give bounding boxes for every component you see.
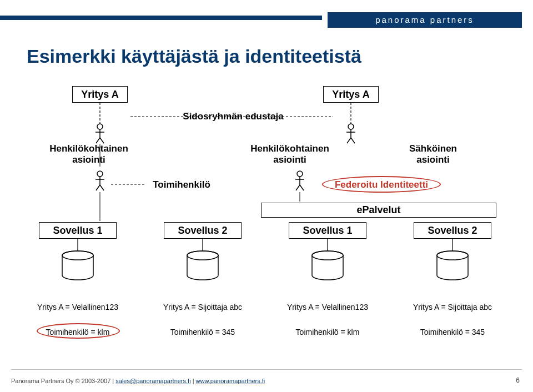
ellipse-toimihenkilo-klm: [37, 323, 120, 339]
box-yritys-a-right: Yritys A: [323, 86, 379, 103]
col2-row2: Toimihenkilö = 345: [155, 328, 250, 336]
ellipse-federoitu: [322, 176, 441, 193]
caption-henkilokohtainen-1: Henkilökohtainen asiointi: [39, 143, 139, 165]
footer-email-link[interactable]: sales@panoramapartners.fi: [115, 378, 190, 384]
footer-url-link[interactable]: www.panoramapartners.fi: [196, 378, 265, 384]
caption-henkilokohtainen-2: Henkilökohtainen asiointi: [240, 143, 340, 165]
box-epalvelut: ePalvelut: [261, 203, 496, 218]
col3-row2: Toimihenkilö = klm: [280, 328, 375, 336]
col4-row1: Yritys A = Sijoittaja abc: [405, 303, 500, 311]
footer-text: Panorama Partners Oy © 2003-2007 | sales…: [11, 378, 265, 384]
page-number: 6: [516, 376, 520, 384]
col3-row1: Yritys A = Velallinen123: [280, 303, 375, 311]
brand-block: panorama partners: [328, 12, 522, 28]
footer-prefix: Panorama Partners Oy © 2003-2007 |: [11, 378, 115, 384]
header-band: panorama partners: [0, 12, 533, 28]
col2-row1: Yritys A = Sijoittaja abc: [155, 303, 250, 311]
caption-toimihenkilo: Toimihenkilö: [145, 179, 218, 190]
header-stripe: [0, 16, 322, 20]
page-title: Esimerkki käyttäjästä ja identiteetistä: [27, 46, 361, 67]
box-sovellus-1: Sovellus 1: [39, 222, 117, 239]
col4-row2: Toimihenkilö = 345: [405, 328, 500, 336]
box-yritys-a-left: Yritys A: [72, 86, 128, 103]
box-sovellus-2: Sovellus 2: [164, 222, 242, 239]
footer-rule: [11, 369, 522, 370]
caption-sahkoinen: Sähköinen asiointi: [389, 143, 477, 165]
box-sovellus-3: Sovellus 1: [289, 222, 366, 239]
box-sovellus-4: Sovellus 2: [414, 222, 491, 239]
caption-sidosryhma: Sidosryhmän edustaja: [167, 111, 300, 122]
col1-row1: Yritys A = Velallinen123: [31, 303, 125, 311]
